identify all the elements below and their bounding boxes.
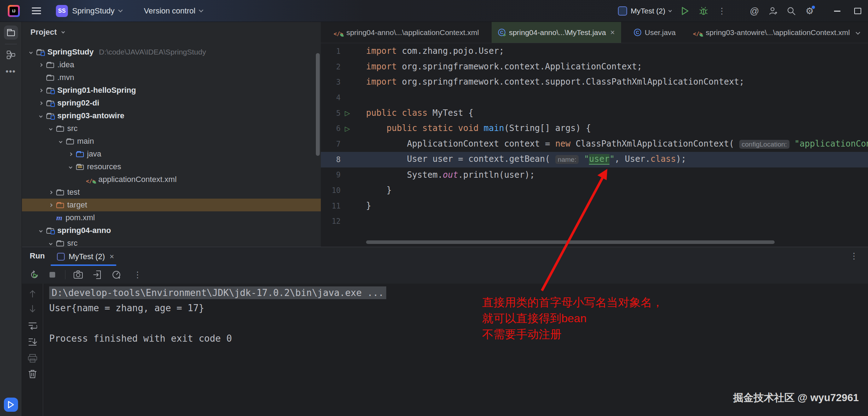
ai-assistant-icon[interactable]: @	[748, 5, 760, 17]
profiler-icon[interactable]	[111, 270, 121, 280]
tree-item-spring03[interactable]: spring03-antowire	[22, 109, 321, 122]
java-class-runnable-icon: C	[498, 29, 505, 36]
run-gutter-icon[interactable]: ▷	[342, 109, 353, 117]
chevron-right-icon[interactable]	[39, 89, 42, 92]
code-line[interactable]: 1import com.zhang.pojo.User;	[321, 44, 868, 59]
code-line[interactable]: 11}	[321, 198, 868, 214]
tree-item-spring04[interactable]: spring04-anno	[22, 224, 321, 237]
tree-item-springstudy[interactable]: SpringStudy D:\code\JAVA\IDEA\SpringStud…	[22, 46, 321, 58]
tree-item-pomxml[interactable]: m pom.xml	[22, 211, 321, 224]
chevron-down-icon[interactable]	[29, 50, 33, 54]
code-line[interactable]: 4	[321, 90, 868, 106]
code-line[interactable]: 12	[321, 214, 868, 229]
project-avatar[interactable]: SS	[56, 5, 68, 17]
tree-item-applicationcontext[interactable]: </> applicationContext.xml	[22, 173, 321, 186]
more-options-icon[interactable]: ⋮	[133, 270, 143, 280]
print-icon[interactable]	[28, 354, 37, 363]
run-tab-mytest[interactable]: MyTest (2) ×	[51, 247, 121, 266]
chevron-down-icon[interactable]	[669, 8, 672, 12]
chevron-down-icon[interactable]	[69, 165, 72, 169]
tree-item-src[interactable]: src	[22, 122, 321, 135]
chevron-down-icon[interactable]	[118, 8, 123, 12]
hidden-tabs-dropdown[interactable]	[856, 22, 868, 43]
scroll-to-end-icon[interactable]	[28, 337, 37, 347]
project-selector[interactable]: SpringStudy	[72, 6, 115, 16]
chevron-down-icon[interactable]	[59, 139, 62, 143]
chevron-down-icon[interactable]	[199, 8, 204, 12]
project-tool-window-button[interactable]	[4, 25, 18, 40]
code-line[interactable]: 6▷ public static void main(String[] args…	[321, 121, 868, 136]
chevron-right-icon[interactable]	[39, 63, 42, 67]
tab-applicationcontext-spring04[interactable]: </> spring04-anno\...\applicationContext…	[321, 22, 492, 43]
tree-item-idea[interactable]: .idea	[22, 58, 321, 71]
search-icon[interactable]	[785, 5, 797, 17]
tree-item-resources[interactable]: resources	[22, 160, 321, 173]
chevron-right-icon[interactable]	[69, 152, 72, 156]
code-line[interactable]: 10 }	[321, 183, 868, 198]
main-menu-icon[interactable]	[32, 7, 41, 14]
more-options-icon[interactable]: ⋮	[850, 251, 858, 261]
editor-horizontal-scrollbar[interactable]	[366, 240, 775, 244]
line-number: 2	[321, 63, 341, 71]
soft-wrap-icon[interactable]	[28, 321, 37, 330]
tree-item-spring02[interactable]: spring02-di	[22, 97, 321, 109]
code-line[interactable]: 5▷public class MyTest {	[321, 106, 868, 121]
more-tool-windows-icon[interactable]: •••	[6, 67, 16, 76]
settings-gear-icon[interactable]: ⚙	[804, 5, 816, 17]
tree-item-java[interactable]: java	[22, 148, 321, 160]
java-class-icon: C	[634, 29, 641, 36]
run-tool-window-button[interactable]	[4, 398, 18, 412]
code-text: System.out.println(user);	[366, 167, 535, 183]
project-tree-scrollbar[interactable]	[316, 53, 320, 156]
tree-item-main[interactable]: main	[22, 135, 321, 148]
code-line[interactable]: 8 User user = context.getBean( name: "us…	[321, 152, 868, 167]
tree-item-src2[interactable]: src	[22, 237, 321, 247]
tab-mytest-java[interactable]: C spring04-anno\...\MyTest.java ×	[492, 22, 621, 43]
up-arrow-icon[interactable]	[28, 289, 37, 298]
stop-icon[interactable]	[47, 270, 57, 280]
code-line[interactable]: 2import org.springframework.context.Appl…	[321, 59, 868, 75]
run-gutter-icon[interactable]: ▷	[342, 125, 353, 133]
close-icon[interactable]: ×	[610, 28, 615, 37]
debug-button[interactable]	[698, 5, 710, 17]
code-text: import com.zhang.pojo.User;	[366, 44, 504, 59]
project-panel-header[interactable]: Project	[30, 28, 64, 37]
clear-all-icon[interactable]	[28, 369, 37, 378]
chevron-down-icon[interactable]	[61, 30, 65, 33]
tree-item-spring01[interactable]: Spring01-helloSpring	[22, 84, 321, 97]
chevron-down-icon[interactable]	[39, 114, 42, 118]
console-line[interactable]: User{name = zhang, age = 17}	[49, 301, 868, 316]
chevron-down-icon[interactable]	[49, 241, 52, 245]
console-line[interactable]	[49, 316, 868, 331]
chevron-down-icon[interactable]	[39, 229, 42, 232]
screenshot-icon[interactable]	[73, 270, 83, 280]
tree-item-mvn[interactable]: .mvn	[22, 71, 321, 84]
close-icon[interactable]: ×	[110, 252, 114, 261]
code-editor[interactable]: 1import com.zhang.pojo.User;2import org.…	[321, 44, 868, 247]
rerun-icon[interactable]	[30, 270, 40, 280]
tree-item-target[interactable]: target	[22, 199, 321, 211]
maximize-button[interactable]	[850, 5, 862, 17]
structure-tool-window-button[interactable]	[4, 48, 18, 62]
code-line[interactable]: 3import org.springframework.context.supp…	[321, 74, 868, 90]
chevron-right-icon[interactable]	[49, 203, 52, 207]
run-button[interactable]	[679, 5, 691, 17]
minimize-button[interactable]	[831, 5, 843, 17]
code-line[interactable]: 9 System.out.println(user);	[321, 167, 868, 183]
more-options-icon[interactable]: ⋮	[716, 5, 728, 17]
version-control-menu[interactable]: Version control	[144, 6, 196, 16]
tab-user-java[interactable]: C User.java	[621, 22, 688, 43]
code-line[interactable]: 7 ApplicationContext context = new Class…	[321, 136, 868, 152]
chevron-down-icon[interactable]	[49, 127, 52, 130]
add-user-icon[interactable]	[767, 5, 779, 17]
console-line[interactable]: Process finished with exit code 0	[49, 331, 868, 346]
tab-applicationcontext-spring03[interactable]: </> spring03-antowire\...\applicationCon…	[688, 22, 855, 43]
down-arrow-icon[interactable]	[28, 304, 37, 313]
import-thread-dump-icon[interactable]	[92, 270, 102, 280]
console-line[interactable]: D:\develop-tools\Environment\JDK\jdk-17.…	[49, 285, 868, 301]
chevron-right-icon[interactable]	[39, 101, 42, 105]
run-configuration-widget[interactable]: MyTest (2)	[618, 6, 671, 16]
tree-item-test[interactable]: test	[22, 186, 321, 199]
toolbar-left-group: IJ SS SpringStudy Version control	[0, 5, 203, 17]
chevron-right-icon[interactable]	[49, 190, 52, 194]
